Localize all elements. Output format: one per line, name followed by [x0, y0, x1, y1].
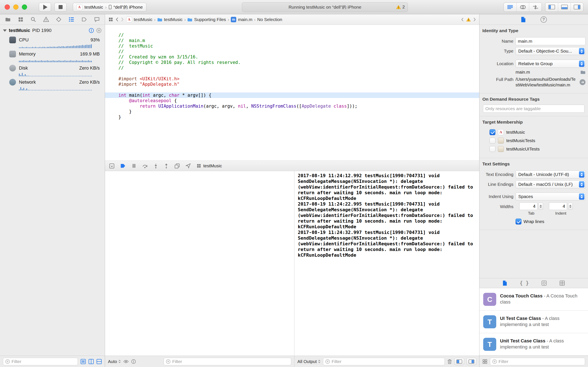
- show-running-processes-icon[interactable]: [81, 359, 86, 364]
- object-library-tab[interactable]: [541, 280, 547, 286]
- code-line[interactable]: int main(int argc, char * argv[]) {: [105, 92, 479, 98]
- symbol-navigator-tab[interactable]: [18, 17, 24, 22]
- code-line[interactable]: // main.m: [105, 38, 479, 43]
- stack-view-toggle-icon[interactable]: [97, 359, 102, 364]
- code-line[interactable]: @autoreleasepool {: [105, 98, 479, 103]
- target-checkbox[interactable]: [490, 129, 495, 135]
- step-out-button[interactable]: [164, 163, 169, 168]
- go-back-icon[interactable]: [116, 17, 118, 22]
- gauge-cpu[interactable]: CPU93%: [0, 35, 105, 49]
- navigator-filter-input[interactable]: [12, 359, 76, 364]
- open-in-finder-arrow-icon[interactable]: ➔: [580, 79, 586, 85]
- scheme-selector[interactable]: A testMusic › “dell”的 iPhone: [73, 3, 146, 12]
- breakpoint-navigator-tab[interactable]: [81, 17, 87, 22]
- code-line[interactable]: #import "AppDelegate.h": [105, 82, 479, 87]
- print-description-icon[interactable]: [131, 359, 136, 364]
- code-line[interactable]: //: [105, 65, 479, 71]
- library-filter-field[interactable]: [490, 358, 585, 365]
- console-output[interactable]: 2017-08-19 11:24:12.992 testMusic[1990:7…: [294, 171, 479, 356]
- close-window-button[interactable]: [5, 4, 10, 10]
- variables-filter-field[interactable]: [164, 358, 291, 365]
- variables-filter-input[interactable]: [172, 359, 289, 364]
- breadcrumb-item[interactable]: Supporting Files: [187, 17, 226, 22]
- indent-width-field[interactable]: [549, 202, 567, 210]
- gauge-network[interactable]: NetworkZero KB/s: [0, 77, 105, 91]
- report-navigator-tab[interactable]: [94, 17, 100, 22]
- resource-tags-field[interactable]: [483, 105, 584, 113]
- library-item[interactable]: TUnit Test Case Class - A class implemen…: [479, 333, 588, 356]
- hide-debug-area-button[interactable]: [109, 163, 114, 169]
- assistant-editor-button[interactable]: [516, 3, 529, 12]
- gauge-view-toggle-icon[interactable]: [89, 359, 94, 364]
- scheme-target-label[interactable]: testMusic: [84, 5, 103, 10]
- quick-help-inspector-tab[interactable]: ?: [540, 17, 547, 23]
- code-line[interactable]: #import <UIKit/UIKit.h>: [105, 76, 479, 82]
- code-line[interactable]: [105, 87, 479, 92]
- previous-issue-icon[interactable]: [461, 17, 464, 22]
- code-line[interactable]: }: [105, 114, 479, 120]
- tab-width-field[interactable]: [519, 202, 537, 210]
- process-row[interactable]: testMusic PID 1990: [0, 25, 105, 35]
- clear-console-trash-icon[interactable]: [447, 359, 452, 364]
- gauge-memory[interactable]: Memory169.9 MB: [0, 49, 105, 63]
- code-snippet-library-tab[interactable]: { }: [520, 280, 529, 286]
- related-items-icon[interactable]: [108, 17, 113, 22]
- tab-width-stepper[interactable]: [539, 203, 543, 210]
- library-item[interactable]: CCocoa Touch Class - A Cocoa Touch class: [479, 288, 588, 311]
- console-filter-input[interactable]: [332, 359, 443, 364]
- simulate-location-button[interactable]: [186, 163, 191, 168]
- minimize-window-button[interactable]: [13, 4, 18, 10]
- media-library-tab[interactable]: [559, 280, 565, 286]
- breakpoints-toggle-button[interactable]: [120, 164, 126, 168]
- standard-editor-button[interactable]: [504, 3, 516, 12]
- code-line[interactable]: // testMusic: [105, 43, 479, 49]
- code-line[interactable]: }: [105, 109, 479, 114]
- library-item[interactable]: TUI Test Case Class - A class implementi…: [479, 311, 588, 333]
- code-line[interactable]: //: [105, 49, 479, 54]
- test-navigator-tab[interactable]: [56, 17, 62, 22]
- gauge-disk[interactable]: DiskZero KB/s: [0, 63, 105, 77]
- code-line[interactable]: return UIApplicationMain(argc, argv, nil…: [105, 103, 479, 109]
- location-popup[interactable]: Relative to Group: [516, 60, 586, 68]
- go-forward-icon[interactable]: [121, 17, 124, 22]
- target-checkbox[interactable]: [490, 138, 495, 143]
- disclosure-triangle-icon[interactable]: [3, 29, 7, 32]
- file-inspector-tab[interactable]: [521, 17, 526, 23]
- process-pause-badge-icon[interactable]: [97, 28, 101, 33]
- debug-view-hierarchy-button[interactable]: [175, 163, 180, 169]
- step-into-button[interactable]: [153, 163, 158, 168]
- breadcrumb-item[interactable]: mmain.m: [231, 17, 252, 22]
- version-editor-button[interactable]: [529, 3, 542, 12]
- variables-list[interactable]: [105, 171, 294, 356]
- step-over-button[interactable]: [142, 164, 148, 168]
- indent-width-stepper[interactable]: [568, 203, 573, 210]
- type-popup[interactable]: Default - Objective-C Sou...: [516, 47, 586, 55]
- toggle-inspector-button[interactable]: [571, 3, 583, 12]
- warning-count-badge[interactable]: 2: [396, 5, 405, 9]
- console-scope-popup[interactable]: All Output: [297, 359, 321, 364]
- code-line[interactable]: // Copyright © 2016 pay. All rights rese…: [105, 60, 479, 65]
- variables-scope-popup[interactable]: Auto: [108, 359, 121, 364]
- file-template-library-tab[interactable]: [503, 280, 507, 286]
- console-filter-field[interactable]: [323, 358, 445, 365]
- project-navigator-tab[interactable]: [5, 17, 11, 22]
- quick-look-eye-icon[interactable]: [123, 359, 129, 364]
- find-navigator-tab[interactable]: [31, 17, 36, 22]
- code-line[interactable]: [105, 71, 479, 76]
- next-issue-icon[interactable]: [473, 17, 476, 22]
- navigator-filter-field[interactable]: [3, 358, 78, 365]
- pause-execution-button[interactable]: [132, 164, 136, 168]
- line-endings-popup[interactable]: Default - macOS / Unix (LF): [516, 180, 586, 188]
- stop-button[interactable]: [54, 3, 67, 12]
- process-info-badge-icon[interactable]: [89, 28, 94, 33]
- name-field[interactable]: [516, 37, 586, 45]
- breadcrumb-item[interactable]: testMusic: [157, 17, 183, 22]
- toggle-navigator-button[interactable]: [545, 3, 558, 12]
- code-line[interactable]: // Created by wzm on 3/15/16.: [105, 54, 479, 60]
- source-editor[interactable]: //// main.m// testMusic//// Created by w…: [105, 25, 479, 161]
- indent-using-popup[interactable]: Spaces: [516, 192, 586, 200]
- breadcrumb-item[interactable]: No Selection: [257, 17, 282, 22]
- zoom-window-button[interactable]: [22, 4, 27, 10]
- breadcrumb-item[interactable]: AtestMusic: [126, 17, 153, 23]
- issue-navigator-tab[interactable]: [43, 17, 49, 22]
